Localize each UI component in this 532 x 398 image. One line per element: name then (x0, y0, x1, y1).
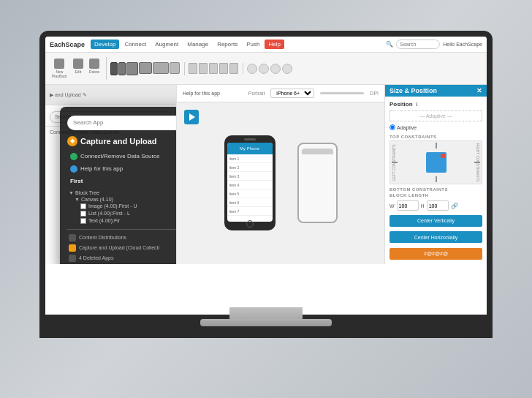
help-for-app-label: Help for this app (183, 91, 220, 96)
phone-list-item-2: Item 2 (227, 163, 273, 172)
tree-image-label: Image (4.00):First - U (88, 203, 137, 209)
center-horizontally-btn[interactable]: Center Horizontally (390, 231, 482, 243)
deleted-apps-icon (69, 255, 76, 262)
play-triangle-icon (189, 113, 195, 121)
content-dist-label: Content Distributions (79, 235, 126, 240)
tree-checkbox-image[interactable] (80, 203, 86, 209)
adaptive-radio-label: Adaptive (397, 125, 417, 130)
help-icon (70, 165, 77, 173)
tree-arrow: ▼ (69, 190, 74, 195)
sidebar: ▶ and Upload ✎ Connect/Remove Data Sourc… (45, 85, 177, 264)
center-vertically-btn[interactable]: Center Vertically (390, 215, 482, 227)
tree-item-image[interactable]: Image (4.00):First - U (67, 203, 177, 210)
nav-item-push[interactable]: Push (243, 40, 263, 49)
nav-item-reports[interactable]: Reports (213, 40, 241, 49)
monitor-screen: EachScape Develop Connect Augment Manage… (45, 37, 487, 315)
popup-content-dist[interactable]: Content Distributions (67, 233, 177, 243)
canvas-area: My Phone Item 1 Item 2 Item 3 Item 4 Ite… (177, 102, 384, 264)
popup-capture-upload[interactable]: Capture and Upload (Cloud Collecti (67, 243, 177, 253)
toolbar-edit-btn[interactable]: Edit (71, 57, 86, 80)
dpi-slider[interactable] (320, 92, 364, 94)
nav-item-develop[interactable]: Develop (91, 40, 119, 49)
datasource-icon (70, 153, 77, 160)
phone-outline (297, 143, 338, 223)
tree-item-canvas[interactable]: ▼ Canvas (4.10) (67, 196, 177, 203)
block-length-label: BLOCK LENGTH (390, 193, 482, 198)
update-btn[interactable]: #@#@#@ (390, 248, 482, 260)
history2-icon (259, 64, 269, 74)
toolbar-edit-label: Edit (75, 70, 82, 74)
play-button[interactable] (184, 110, 199, 124)
popup-menu-datasource[interactable]: Connect/Remove Data Source (67, 151, 177, 162)
main-canvas: Help for this app Portrait iPhone 6+ DPI (177, 85, 384, 264)
phone-list-item-4: Item 4 (227, 181, 273, 189)
tree-checkbox-text[interactable] (80, 218, 86, 224)
phone-landscape-icon (118, 62, 126, 75)
tree-checkbox-list[interactable] (80, 211, 86, 217)
popup-first-label: First (70, 178, 83, 184)
nav-user-label: Hello EachScape (443, 42, 482, 47)
tree-item-text[interactable]: Text (4.00):Fir (67, 217, 177, 225)
phone-list-item-6: Item 6 (227, 198, 273, 207)
deleted-apps-label: 4 Deleted Apps (79, 255, 113, 260)
nav-item-connect[interactable]: Connect (121, 40, 150, 49)
popup-help-label: Help for this app (80, 165, 123, 172)
doc3-icon (209, 63, 218, 74)
popup-deleted-apps[interactable]: 4 Deleted Apps (67, 253, 177, 263)
right-panel-close-btn[interactable]: ✕ (476, 87, 482, 94)
clone-icon (170, 62, 180, 74)
tree-item-list[interactable]: List (4.00):First - L (67, 210, 177, 217)
popup-title-icon: ◈ (67, 136, 77, 146)
height-input[interactable] (427, 200, 449, 211)
history3-icon (270, 64, 281, 74)
tree-section: ▼ Block Tree ▼ Canvas (4.10) (67, 189, 177, 225)
delete-icon (89, 59, 99, 69)
tree-blocktree-label: Block Tree (75, 190, 99, 195)
popup-datasource-label: Connect/Remove Data Source (80, 153, 160, 159)
nav-bar: EachScape Develop Connect Augment Manage… (45, 37, 487, 53)
top-arrow (436, 143, 436, 149)
search-icon: 🔍 (386, 41, 393, 48)
sidebar-header-text: ▶ and Upload ✎ (50, 92, 87, 98)
adaptive-dashed: — Adaptive — (390, 110, 482, 121)
toolbar-new-btn[interactable]: New PlayBack (50, 57, 69, 80)
device-select[interactable]: iPhone 6+ (270, 89, 314, 98)
height-label: H (421, 203, 425, 209)
constraint-diagram: LEFT CONSTRAINTS RIGHT CONSTRAINTS (390, 140, 482, 184)
right-panel-header: Size & Position ✕ (385, 85, 487, 97)
toolbar: New PlayBack Edit Delete (45, 53, 487, 85)
outline-header (302, 149, 333, 154)
phone-portrait-icon (110, 62, 118, 75)
phone-list-item-7: Item 7 (227, 207, 273, 216)
width-input[interactable] (397, 200, 419, 211)
doc2-icon (199, 63, 208, 74)
nav-search-input[interactable] (396, 40, 440, 49)
adaptive-radio-group: Adaptive (390, 124, 482, 130)
content-area: 📱 👤 ⚙ ▶ and Upload ✎ Connect/Remove Data… (45, 85, 487, 264)
nav-item-augment[interactable]: Augment (151, 40, 182, 49)
capture-upload-label: Capture and Upload (Cloud Collecti (79, 245, 159, 250)
popup-bottom: Content Distributions Capture and Upload… (67, 229, 177, 263)
lock-icon[interactable]: 🔗 (451, 203, 458, 209)
dimension-row: W H 🔗 (390, 200, 482, 211)
monitor-base (200, 319, 332, 326)
right-panel-title: Size & Position (390, 87, 437, 94)
toolbar-delete-label: Delete (89, 70, 99, 74)
monitor: EachScape Develop Connect Augment Manage… (39, 31, 493, 338)
nav-item-help[interactable]: Help (265, 40, 284, 49)
nav-item-manage[interactable]: Manage (183, 40, 212, 49)
content-dist-icon (69, 234, 76, 241)
adaptive-radio[interactable] (390, 124, 395, 130)
tree-canvas-arrow: ▼ (75, 197, 80, 202)
position-section: Position ℹ — Adaptive — Adaptive (390, 101, 482, 130)
left-constraints-label: LEFT CONSTRAINTS (392, 144, 396, 180)
dpi-label: DPI (370, 91, 379, 96)
popup-search-input[interactable] (67, 116, 177, 130)
tree-text-label: Text (4.00):Fir (88, 218, 120, 223)
phone-mockup: My Phone Item 1 Item 2 Item 3 Item 4 Ite… (224, 135, 276, 230)
phone-title: My Phone (240, 146, 259, 151)
width-label: W (390, 203, 395, 209)
popup-menu-help[interactable]: Help for this app (67, 163, 177, 175)
toolbar-delete-btn[interactable]: Delete (87, 57, 102, 80)
resize-handle[interactable] (441, 154, 445, 158)
